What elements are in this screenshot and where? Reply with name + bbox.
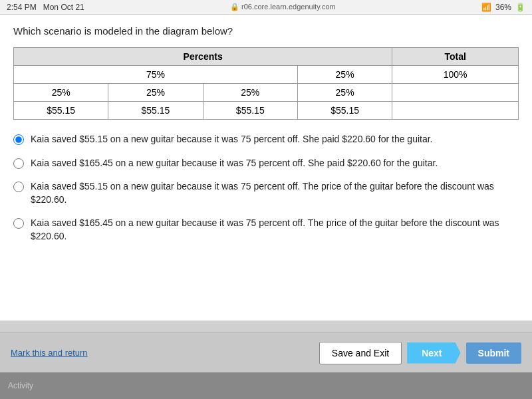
option-1-label[interactable]: Kaia saved $55.15 on a new guitar becaus… [31,133,433,146]
list-item[interactable]: Kaia saved $165.45 on a new guitar becau… [13,157,519,170]
status-bar-right: 📶 36% 🔋 [481,3,525,12]
main-content: Which scenario is modeled in the diagram… [0,15,532,321]
radio-option-2[interactable] [13,158,24,169]
list-item[interactable]: Kaia saved $55.15 on a new guitar becaus… [13,133,519,146]
percent-table: Percents Total 75% 25% 100% 25% 25% 25% … [13,47,519,120]
total-header: Total [392,48,519,66]
row1-cell2: 25% [297,66,392,84]
row1-cell3: 100% [392,66,519,84]
activity-bar: Activity [0,372,532,399]
row2-cell4: 25% [297,84,392,102]
row3-cell4: $55.15 [297,102,392,120]
wifi-icon: 📶 [481,3,491,12]
bottom-buttons: Save and Exit Next Submit [319,342,521,364]
mark-return-button[interactable]: Mark this and return [11,348,88,358]
time-display: 2:54 PM [7,3,37,12]
row3-cell3: $55.15 [203,102,297,120]
url-display: r06.core.learn.edgenuity.com [241,3,336,11]
table-row: 75% 25% 100% [14,66,519,84]
radio-option-1[interactable] [13,134,24,145]
lock-icon: 🔒 [230,3,239,11]
row3-cell1: $55.15 [14,102,108,120]
row3-empty [392,102,519,120]
options-list: Kaia saved $55.15 on a new guitar becaus… [13,133,519,243]
row3-cell2: $55.15 [108,102,203,120]
radio-option-3[interactable] [13,182,24,192]
row2-empty [392,84,519,102]
option-3-label[interactable]: Kaia saved $55.15 on a new guitar becaus… [31,180,519,206]
option-2-label[interactable]: Kaia saved $165.45 on a new guitar becau… [31,157,438,170]
activity-label: Activity [8,381,33,390]
question-text: Which scenario is modeled in the diagram… [13,25,519,37]
battery-icon: 🔋 [515,3,525,12]
table-row: $55.15 $55.15 $55.15 $55.15 [14,102,519,120]
row1-cell1: 75% [14,66,298,84]
bottom-bar: Mark this and return Save and Exit Next … [0,332,532,372]
table-row: 25% 25% 25% 25% [14,84,519,102]
submit-button[interactable]: Submit [466,342,521,364]
row2-cell1: 25% [14,84,108,102]
battery-display: 36% [495,3,511,12]
save-exit-button[interactable]: Save and Exit [319,342,402,364]
radio-option-4[interactable] [13,218,24,229]
status-bar-center: 🔒 r06.core.learn.edgenuity.com [84,3,481,11]
row2-cell2: 25% [108,84,203,102]
option-4-label[interactable]: Kaia saved $165.45 on a new guitar becau… [31,217,519,243]
list-item[interactable]: Kaia saved $165.45 on a new guitar becau… [13,217,519,243]
percents-header: Percents [14,48,392,66]
status-bar-left: 2:54 PM Mon Oct 21 [7,3,84,12]
next-button[interactable]: Next [407,342,460,364]
row2-cell3: 25% [203,84,297,102]
date-display: Mon Oct 21 [43,3,84,12]
status-bar: 2:54 PM Mon Oct 21 🔒 r06.core.learn.edge… [0,0,532,15]
list-item[interactable]: Kaia saved $55.15 on a new guitar becaus… [13,180,519,206]
